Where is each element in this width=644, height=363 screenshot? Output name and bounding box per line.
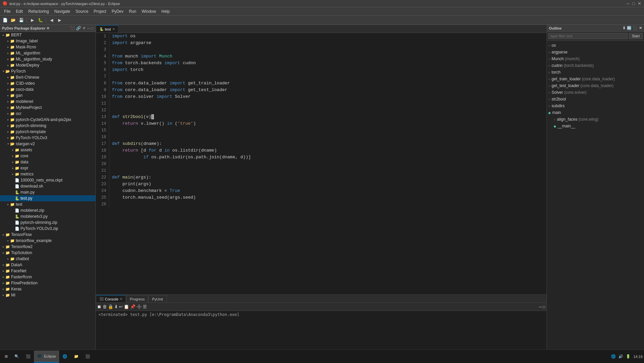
code-line-7[interactable]: [112, 73, 547, 80]
tree-item-ocr[interactable]: ▸📁ocr: [0, 111, 95, 117]
open-console-icon[interactable]: 📋: [124, 304, 129, 309]
eclipse-taskbar-button[interactable]: 🌑 Eclipse: [34, 351, 59, 363]
tree-item-modeldeploy[interactable]: ▸📁ModelDeploy: [0, 62, 95, 68]
tree-arrow-23[interactable]: ▸: [11, 172, 15, 176]
tree-item-100000-nets-ema-ckpt[interactable]: 📄100000_nets_ema.ckpt: [0, 177, 95, 183]
tree-item-test-py[interactable]: 🐍test.py: [0, 195, 95, 201]
tree-arrow-1[interactable]: ▸: [6, 39, 10, 43]
console-tab-close[interactable]: ✕: [120, 297, 122, 301]
code-line-19[interactable]: if os.path.isdir(os.path.join(dname, d))…: [112, 154, 547, 161]
tree-item-dataa[interactable]: ▸📁DataA: [0, 262, 95, 268]
tree-item-pytorch-yolov3[interactable]: ▸📁PyTorch-YOLOv3: [0, 135, 95, 141]
code-line-12[interactable]: [112, 107, 547, 114]
toolbar-back[interactable]: ◀: [48, 16, 55, 24]
code-line-17[interactable]: def subdirs(dname):: [112, 140, 547, 147]
hide-fields-icon[interactable]: 🔤: [627, 26, 632, 30]
tree-item-pytorch-slimming[interactable]: ▸📁pytorch-slimming: [0, 123, 95, 129]
tree-item-metrics[interactable]: ▸📁metrics: [0, 171, 95, 177]
tree-item-pytorch-slimming-zip[interactable]: 📄pytorch-slimming.zip: [0, 219, 95, 226]
code-line-24[interactable]: cudnn.benchmark = True: [112, 188, 547, 194]
tree-item-tensorflow-example[interactable]: ▸📁tensorflow_example: [0, 238, 95, 244]
tree-arrow-8[interactable]: ▸: [6, 82, 10, 85]
tree-arrow-39[interactable]: ▸: [1, 269, 5, 273]
new-console-icon[interactable]: ➕: [136, 304, 142, 309]
code-line-5[interactable]: from torch.backends import cudnn: [112, 60, 547, 67]
editor-tab-test[interactable]: 🐍 test ✕: [96, 25, 119, 33]
outline-filter-input[interactable]: [548, 33, 628, 39]
menu-item-source[interactable]: Source: [73, 8, 91, 14]
tab-close-icon[interactable]: ✕: [112, 27, 115, 31]
tree-arrow-7[interactable]: ▸: [6, 76, 10, 79]
outline-item-6[interactable]: ○get_test_loader (core.data_loader): [547, 82, 644, 89]
tree-item-pytorch-yolov3-zip[interactable]: 📄PyTorch-YOLOv3.zip: [0, 226, 95, 232]
outline-item-12[interactable]: ◆__main__: [547, 123, 644, 129]
tree-item-tensorflow[interactable]: ▸📁TensorFlow: [0, 232, 95, 238]
tree-arrow-0[interactable]: ▸: [1, 33, 5, 37]
tree-arrow-2[interactable]: ▸: [6, 45, 10, 49]
code-line-20[interactable]: [112, 161, 547, 167]
tree-arrow-15[interactable]: ▸: [6, 124, 10, 127]
code-line-23[interactable]: print(args): [112, 181, 547, 188]
code-content[interactable]: import osimport argparse from munch impo…: [109, 33, 547, 208]
outline-item-9[interactable]: ○subdirs: [547, 103, 644, 109]
close-outline-icon[interactable]: ✕: [639, 26, 642, 30]
tree-arrow-40[interactable]: ▸: [1, 275, 5, 279]
code-line-18[interactable]: return [d for d in os.listdir(dname): [112, 147, 547, 154]
toolbar-forward[interactable]: ▶: [56, 16, 63, 24]
tree-arrow-36[interactable]: ▸: [1, 251, 5, 254]
tree-item-expr[interactable]: ▸📁expr: [0, 165, 95, 171]
menu-item-window[interactable]: Window: [139, 8, 159, 14]
tree-arrow-19[interactable]: ▸: [11, 148, 15, 152]
explorer-button[interactable]: 📁: [71, 351, 82, 363]
scroll-end-icon[interactable]: ⬇: [114, 304, 118, 309]
tree-arrow-22[interactable]: ▸: [11, 166, 15, 170]
outline-item-3[interactable]: ○cudnn (torch.backends): [547, 62, 644, 69]
code-line-9[interactable]: from core.data_loader import get_test_lo…: [112, 87, 547, 93]
code-line-16[interactable]: [112, 134, 547, 140]
tree-item-ml-algorithm[interactable]: ▸📁ML_algorithm: [0, 50, 95, 56]
tree-arrow-21[interactable]: ▸: [11, 160, 15, 164]
menu-item-project[interactable]: Project: [91, 8, 109, 14]
code-line-14[interactable]: return v.lower() in ('true'): [112, 120, 547, 127]
code-line-6[interactable]: import torch: [112, 67, 547, 73]
code-line-1[interactable]: import os: [112, 33, 547, 40]
outline-item-8[interactable]: ○str2bool: [547, 96, 644, 103]
toolbar-open[interactable]: 📂: [9, 16, 17, 24]
tree-arrow-10[interactable]: ▸: [6, 94, 10, 97]
menu-item-pydev[interactable]: PyDev: [109, 8, 126, 14]
minimize-panel-icon[interactable]: ─: [87, 26, 90, 31]
outline-item-1[interactable]: ○argparse: [547, 49, 644, 55]
link-editor-icon[interactable]: 🔗: [76, 26, 81, 31]
code-line-2[interactable]: import argparse: [112, 40, 547, 46]
console-menu-icon[interactable]: ☰: [143, 304, 147, 309]
outline-item-5[interactable]: ○get_train_loader (core.data_loader): [547, 76, 644, 82]
code-line-22[interactable]: def main(args):: [112, 174, 547, 181]
tree-item-gan[interactable]: ▸📁gan: [0, 92, 95, 98]
outline-item-7[interactable]: ○Solver (core.solver): [547, 89, 644, 96]
tree-arrow-12[interactable]: ▸: [6, 106, 10, 109]
tree-arrow-35[interactable]: ▸: [1, 245, 5, 248]
terminal-button[interactable]: ⬛: [82, 351, 93, 363]
tree-arrow-28[interactable]: ▸: [6, 203, 10, 206]
tree-item-download-sh[interactable]: 📄download.sh: [0, 183, 95, 189]
code-line-10[interactable]: from core.solver import Solver: [112, 93, 547, 100]
tree-arrow-38[interactable]: ▸: [1, 263, 5, 267]
chrome-button[interactable]: 🌐: [59, 351, 71, 363]
tree-arrow-42[interactable]: ▸: [1, 287, 5, 291]
tree-arrow-33[interactable]: ▸: [1, 233, 5, 236]
tree-item-mobilenet[interactable]: ▸📁mobilenet: [0, 98, 95, 105]
tree-arrow-17[interactable]: ▸: [6, 136, 10, 139]
clear-console-icon[interactable]: 🗑: [103, 304, 107, 309]
code-line-13[interactable]: def str2bool(v):: [112, 114, 547, 120]
close-button[interactable]: ✕: [638, 1, 641, 6]
tree-item-ml-algorithm-study[interactable]: ▸📁ML_algorithm_study: [0, 56, 95, 62]
console-tab-pyunit[interactable]: PyUnit: [148, 295, 166, 302]
code-line-26[interactable]: [112, 201, 547, 208]
search-button[interactable]: 🔍: [11, 351, 23, 363]
tree-item-bert-chinese[interactable]: ▸📁Bert-Chinese: [0, 74, 95, 80]
menu-item-navigate[interactable]: Navigate: [51, 8, 73, 14]
tree-item-assets[interactable]: ▸📁assets: [0, 147, 95, 153]
minimize-button[interactable]: ─: [627, 1, 630, 6]
tree-item-mynewproject[interactable]: ▸📁MyNewProject: [0, 105, 95, 111]
scroll-lock-icon[interactable]: 🔒: [108, 304, 113, 309]
